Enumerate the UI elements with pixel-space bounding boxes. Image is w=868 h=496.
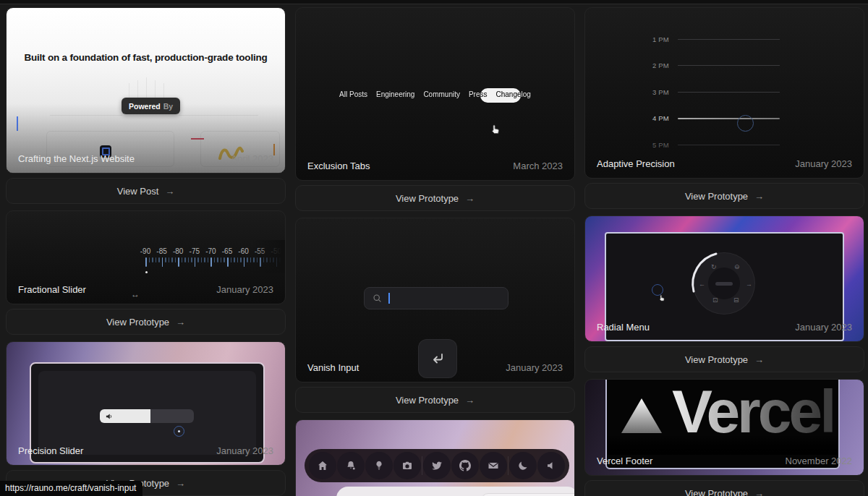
ruler-major-tick [244, 257, 245, 267]
ruler-minor-tick [201, 257, 203, 262]
preview-title: Fractional Slider [18, 284, 86, 295]
preview-title: Vanish Input [307, 362, 359, 373]
camera-icon [401, 460, 413, 471]
ruler-minor-tick [158, 257, 160, 262]
cursor-ring [737, 115, 754, 132]
ruler-minor-tick [152, 257, 153, 262]
preview-title: Radial Menu [597, 322, 650, 333]
ruler-major-tick [162, 257, 163, 267]
action-label: View Prototype [685, 191, 748, 202]
view-prototype-button[interactable]: View Prototype → [295, 387, 575, 413]
ruler-minor-tick [175, 257, 176, 262]
twitter-icon [431, 460, 443, 471]
ruler-minor-tick [149, 257, 150, 262]
view-prototype-button[interactable]: View Prototype → [584, 346, 864, 372]
view-prototype-button[interactable]: View Prototype → [6, 309, 286, 335]
ruler-minor-tick [217, 257, 218, 262]
card-precision-slider: Precision Slider January 2023 View Proto… [6, 341, 286, 496]
view-post-button[interactable]: View Post → [6, 178, 286, 204]
arrow-right-icon: → [165, 186, 174, 197]
dock-button-bell [337, 452, 365, 479]
ruler-major-tick [210, 257, 212, 267]
ruler-minor-tick [197, 257, 199, 262]
card-dock [295, 419, 575, 496]
github-icon [459, 460, 471, 471]
vercel-triangle-logo-icon [621, 398, 662, 433]
dock-button-camera [393, 452, 421, 479]
speaker-icon [545, 460, 557, 471]
view-prototype-button[interactable]: View Prototype → [584, 480, 864, 496]
dock-button-speaker [537, 452, 565, 479]
ruler-minor-tick [182, 257, 183, 262]
ruler-minor-tick [169, 257, 170, 262]
action-label: View Prototype [685, 488, 748, 496]
search-icon [373, 294, 382, 303]
action-label: View Prototype [396, 193, 459, 204]
time-label: 5 PM [650, 141, 669, 149]
column-1: Built on a foundation of fast, productio… [6, 7, 286, 496]
ruler-minor-tick [250, 257, 252, 262]
tab-changelog: Changelog [496, 90, 531, 98]
ruler-major-tick [178, 257, 179, 267]
ruler-minor-tick [214, 257, 216, 262]
tab-all-posts: All Posts [339, 90, 367, 98]
vercel-footer-preview[interactable]: Vercel Vercel Footer November 2022 [584, 379, 864, 476]
time-row-5-pm: 5 PM [650, 140, 780, 149]
bottom-scrim [7, 8, 285, 173]
ruler-scale-label: -90 [137, 247, 154, 255]
vanish-input-preview[interactable]: Vanish Input January 2023 [295, 218, 575, 382]
exclusion-tabs-preview[interactable]: All PostsEngineeringCommunityPressChange… [295, 7, 575, 181]
card-adaptive-precision: 1 PM2 PM3 PM4 PM5 PM Adaptive Precision … [584, 7, 864, 209]
dock-button-github [451, 452, 479, 479]
view-prototype-button[interactable]: View Prototype → [295, 185, 575, 211]
ruler-minor-tick [171, 257, 173, 262]
view-prototype-button[interactable]: View Prototype → [584, 183, 864, 209]
preview-date: January 2023 [506, 362, 563, 373]
bell-icon [345, 460, 357, 471]
moon-icon [517, 460, 529, 471]
window-top-edge [0, 0, 868, 4]
time-slider-track [678, 145, 780, 145]
preview-date: January 2023 [216, 445, 273, 456]
action-label: View Post [117, 186, 159, 197]
ruler-minor-tick [156, 257, 157, 262]
column-3: 1 PM2 PM3 PM4 PM5 PM Adaptive Precision … [584, 7, 864, 496]
ruler-fade [252, 240, 285, 273]
shadow-band [607, 435, 838, 455]
time-slider-track [678, 118, 780, 119]
text-caret [388, 293, 390, 304]
radial-menu-preview[interactable]: ↻ ⊖ ← → ⊡ ⊟ Radial M [584, 215, 864, 342]
ruler-minor-tick [184, 257, 186, 262]
time-label: 2 PM [650, 61, 669, 69]
precision-slider-preview[interactable]: Precision Slider January 2023 [6, 341, 286, 466]
dock-button-home [309, 452, 336, 479]
preview-title: Precision Slider [18, 445, 83, 456]
ruler-minor-tick [221, 257, 222, 262]
key-hint-outline [481, 493, 575, 496]
tab-community: Community [423, 90, 460, 98]
time-slider-track [678, 65, 780, 66]
adaptive-precision-preview[interactable]: 1 PM2 PM3 PM4 PM5 PM Adaptive Precision … [584, 7, 864, 179]
browser-status-url: https://rauno.me/craft/vanish-input [0, 481, 142, 496]
action-label: View Prototype [106, 317, 169, 328]
ruler-minor-tick [240, 257, 242, 262]
dock-preview[interactable] [295, 419, 575, 496]
fractional-slider-preview[interactable]: -90-85-80-75-70-65-60-55-50 ↔ Fractional… [6, 210, 286, 304]
cursor-ring-dot [178, 430, 180, 432]
ruler-minor-tick [165, 257, 166, 262]
card-fractional-slider: -90-85-80-75-70-65-60-55-50 ↔ Fractional… [6, 210, 286, 335]
ruler-scale-label: -60 [235, 247, 252, 255]
nextjs-website-preview[interactable]: Built on a foundation of fast, productio… [6, 7, 286, 174]
arrow-right-icon: → [465, 395, 475, 406]
ruler-minor-tick [188, 257, 190, 262]
card-vanish-input: Vanish Input January 2023 View Prototype… [295, 218, 575, 413]
ruler-major-tick [195, 257, 196, 267]
hand-cursor-icon [490, 124, 500, 135]
timeline: 1 PM2 PM3 PM4 PM5 PM [650, 35, 780, 167]
dock-button-lightbulb [365, 452, 393, 479]
ruler-minor-tick [231, 257, 232, 262]
time-label: 4 PM [650, 114, 669, 122]
ruler-scale-label: -70 [202, 247, 219, 255]
time-row-4-pm: 4 PM [650, 114, 780, 123]
arrow-right-icon: → [176, 478, 185, 489]
